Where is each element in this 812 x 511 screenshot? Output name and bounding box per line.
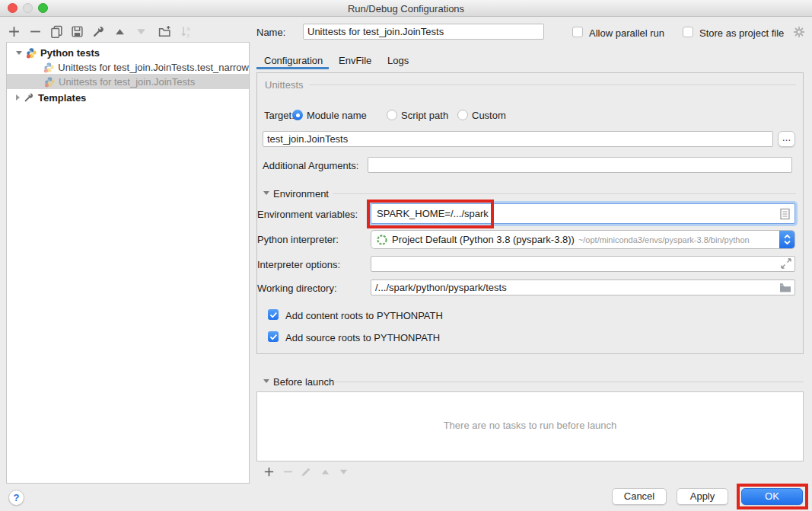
environment-variables-value: SPARK_HOME=/.../spark — [371, 208, 780, 219]
tree-item-label: Unittests for test_join.JoinTests.test_n… — [58, 62, 249, 73]
python-interpreter-select[interactable]: Project Default (Python 3.8 (pyspark-3.8… — [371, 230, 795, 249]
divider — [333, 193, 796, 194]
divider — [309, 85, 796, 85]
name-input[interactable] — [303, 24, 544, 40]
tree-item-unittests-jointests-selected[interactable]: Unittests for test_join.JoinTests — [7, 74, 249, 89]
remove-task-icon — [282, 466, 294, 477]
module-name-radio[interactable] — [292, 110, 303, 120]
tab-configuration[interactable]: Configuration — [264, 55, 323, 66]
environment-variables-label: Environment variables: — [257, 209, 358, 220]
module-name-radio-label: Module name — [307, 110, 367, 121]
move-task-down-icon — [338, 466, 349, 477]
help-button[interactable]: ? — [8, 490, 24, 506]
tree-item-python-tests[interactable]: Python tests — [7, 45, 249, 60]
add-content-roots-checkbox[interactable] — [268, 309, 279, 320]
folder-icon[interactable] — [779, 283, 791, 292]
expand-arrow-icon[interactable] — [16, 51, 22, 55]
cancel-button[interactable]: Cancel — [612, 488, 667, 505]
module-name-input[interactable] — [263, 131, 773, 147]
add-task-icon[interactable] — [263, 466, 275, 477]
custom-radio-label: Custom — [472, 110, 506, 121]
sort-configurations-icon: az — [180, 25, 193, 38]
script-path-radio[interactable] — [387, 110, 397, 120]
working-directory-input[interactable] — [371, 279, 795, 295]
environment-section-title: Environment — [273, 188, 329, 200]
environment-section-collapse-icon[interactable] — [263, 191, 269, 195]
tab-envfile[interactable]: EnvFile — [339, 55, 371, 66]
python-test-config-icon — [43, 75, 56, 88]
tree-item-label: Templates — [38, 92, 86, 104]
python-interpreter-value: Project Default (Python 3.8 (pyspark-3.8… — [392, 234, 575, 245]
edit-templates-icon[interactable] — [92, 25, 105, 38]
python-interpreter-label: Python interpreter: — [257, 234, 339, 245]
save-configuration-icon[interactable] — [71, 25, 84, 38]
collapse-arrow-icon[interactable] — [16, 94, 20, 101]
active-tab-underline — [256, 67, 329, 69]
remove-configuration-icon[interactable] — [29, 25, 42, 38]
browse-button[interactable]: … — [778, 131, 795, 147]
svg-text:z: z — [187, 32, 190, 38]
additional-arguments-label: Additional Arguments: — [263, 160, 358, 171]
tree-item-label: Unittests for test_join.JoinTests — [59, 76, 195, 88]
python-interpreter-path: ~/opt/miniconda3/envs/pyspark-3.8/bin/py… — [578, 235, 750, 244]
custom-radio[interactable] — [457, 110, 468, 120]
tree-item-unittests-test-narrow[interactable]: Unittests for test_join.JoinTests.test_n… — [7, 59, 249, 75]
interpreter-options-label: Interpreter options: — [257, 259, 340, 270]
edit-variables-icon[interactable] — [780, 208, 790, 220]
before-launch-empty-text: There are no tasks to run before launch — [257, 420, 803, 431]
allow-parallel-run-label: Allow parallel run — [589, 27, 664, 39]
store-as-project-file-checkbox[interactable] — [683, 27, 693, 37]
script-path-radio-label: Script path — [401, 110, 448, 121]
configurations-tree: Python tests Unittests for test_join.Joi… — [6, 42, 250, 484]
name-label: Name: — [256, 27, 285, 38]
before-launch-collapse-icon[interactable] — [263, 379, 269, 383]
add-content-roots-label: Add content roots to PYTHONPATH — [285, 310, 443, 321]
run-debug-configurations-dialog: Run/Debug Configurations az Python tests… — [0, 0, 812, 511]
edit-task-icon — [301, 466, 312, 477]
expand-field-icon[interactable] — [781, 258, 791, 269]
divider — [333, 382, 804, 382]
window-title: Run/Debug Configurations — [0, 3, 812, 14]
interpreter-options-input[interactable] — [371, 256, 795, 272]
tab-logs[interactable]: Logs — [387, 55, 409, 66]
apply-button[interactable]: Apply — [677, 488, 728, 505]
templates-wrench-icon — [23, 91, 35, 104]
conda-environment-icon — [376, 234, 388, 246]
new-folder-icon[interactable] — [158, 25, 171, 38]
add-configuration-icon[interactable] — [8, 25, 21, 38]
chevron-up-down-icon[interactable] — [779, 230, 795, 249]
before-launch-section-title: Before launch — [273, 376, 334, 388]
python-tests-icon — [25, 46, 37, 59]
tree-item-label: Python tests — [40, 47, 100, 59]
add-source-roots-label: Add source roots to PYTHONPATH — [285, 332, 440, 343]
python-test-config-icon — [43, 61, 55, 73]
working-directory-label: Working directory: — [257, 283, 337, 294]
environment-variables-input[interactable]: SPARK_HOME=/.../spark — [371, 203, 795, 224]
store-as-project-file-label: Store as project file — [699, 27, 784, 39]
move-down-icon — [135, 25, 148, 38]
ok-button[interactable]: OK — [741, 488, 803, 505]
titlebar: Run/Debug Configurations — [0, 0, 812, 17]
allow-parallel-run-checkbox[interactable] — [572, 27, 583, 37]
unittests-group-title: Unittests — [265, 79, 304, 91]
move-task-up-icon — [320, 466, 331, 477]
gear-icon[interactable] — [793, 26, 805, 38]
move-up-icon[interactable] — [113, 25, 126, 38]
copy-configuration-icon[interactable] — [50, 25, 63, 38]
additional-arguments-input[interactable] — [368, 157, 792, 173]
tree-item-templates[interactable]: Templates — [7, 90, 249, 105]
target-label: Target: — [264, 110, 295, 121]
before-launch-task-list: There are no tasks to run before launch — [256, 391, 804, 461]
add-source-roots-checkbox[interactable] — [268, 331, 279, 342]
